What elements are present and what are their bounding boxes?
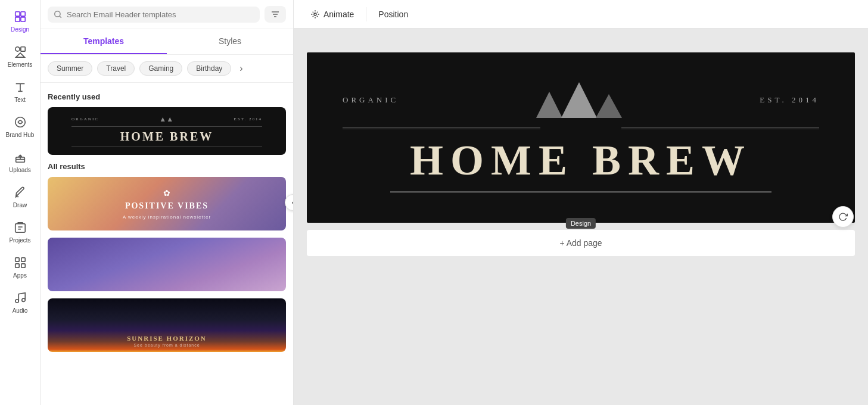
- sidebar-audio-label: Audio: [13, 307, 28, 314]
- svg-point-20: [15, 300, 18, 303]
- template-sunrise-horizon[interactable]: SUNRISE HORIZON See beauty from a distan…: [48, 298, 286, 352]
- canvas-mountain-group: [536, 82, 622, 118]
- animate-label: Animate: [323, 10, 354, 19]
- tab-styles[interactable]: Styles: [167, 29, 293, 54]
- sidebar-item-audio[interactable]: Audio: [2, 286, 38, 319]
- filter-icon: [270, 10, 280, 19]
- sidebar: Design Elements Text: [0, 0, 41, 405]
- filter-button[interactable]: [265, 6, 286, 23]
- sidebar-item-brand-hub[interactable]: Brand Hub: [2, 110, 38, 143]
- svg-rect-5: [20, 47, 24, 51]
- svg-rect-13: [15, 224, 25, 233]
- svg-point-10: [15, 117, 25, 127]
- chip-filters: Summer Travel Gaming Birthday ›: [41, 55, 293, 83]
- canvas-est-text: EST. 2014: [760, 95, 819, 105]
- search-input-wrap[interactable]: [48, 7, 260, 23]
- position-button[interactable]: Position: [371, 6, 415, 23]
- chips-scroll-right[interactable]: ›: [236, 61, 246, 76]
- sidebar-projects-label: Projects: [9, 237, 30, 244]
- sidebar-design-label: Design: [11, 26, 29, 33]
- animate-button[interactable]: Animate: [303, 6, 361, 23]
- svg-rect-18: [15, 264, 18, 267]
- chip-travel[interactable]: Travel: [97, 61, 135, 76]
- template-positive-vibes[interactable]: ✿ POSITIVE VIBES A weekly inspirational …: [48, 177, 286, 230]
- svg-point-21: [21, 298, 25, 302]
- search-bar: [41, 0, 293, 29]
- svg-marker-6: [15, 53, 24, 57]
- svg-rect-17: [21, 258, 24, 261]
- tabs: Templates Styles: [41, 29, 293, 55]
- toolbar-divider: [366, 7, 366, 21]
- template-list: Recently used ORGANIC ▲▲ EST. 2014 HOME …: [41, 83, 293, 405]
- svg-rect-2: [15, 17, 19, 21]
- svg-point-22: [55, 11, 60, 17]
- sidebar-draw-label: Draw: [13, 202, 27, 208]
- canvas-wrapper: ORGANIC EST. 2014: [307, 52, 855, 223]
- canvas-divider-top: [343, 127, 819, 129]
- draw-icon: [13, 185, 27, 200]
- sidebar-item-apps[interactable]: Apps: [2, 251, 38, 284]
- chip-gaming[interactable]: Gaming: [139, 61, 182, 76]
- refresh-icon: [838, 212, 848, 222]
- canvas-area: Animate Position: [294, 0, 868, 405]
- template-purple-gradient[interactable]: [48, 238, 286, 291]
- svg-rect-16: [15, 258, 18, 261]
- svg-point-4: [15, 47, 19, 51]
- search-input[interactable]: [67, 10, 254, 19]
- chip-summer[interactable]: Summer: [48, 61, 92, 76]
- sidebar-item-text[interactable]: Text: [2, 75, 38, 108]
- sidebar-item-uploads[interactable]: Uploads: [2, 145, 38, 178]
- apps-icon: [13, 256, 27, 270]
- svg-rect-3: [20, 17, 24, 21]
- refresh-button[interactable]: [832, 206, 854, 228]
- canvas-line-left: [343, 127, 540, 129]
- projects-icon: [13, 220, 27, 235]
- canvas-main-title: HOME BREW: [410, 139, 752, 182]
- sidebar-item-design[interactable]: Design: [2, 5, 38, 38]
- position-label: Position: [378, 10, 408, 19]
- sidebar-text-label: Text: [14, 96, 25, 103]
- search-icon: [54, 10, 62, 18]
- canvas-organic-text: ORGANIC: [343, 95, 399, 105]
- svg-rect-19: [21, 264, 24, 267]
- svg-rect-1: [20, 12, 24, 16]
- template-homebrew[interactable]: ORGANIC ▲▲ EST. 2014 HOME BREW: [48, 107, 286, 155]
- sidebar-elements-label: Elements: [8, 61, 33, 68]
- sidebar-item-projects[interactable]: Projects: [2, 216, 38, 248]
- sidebar-item-elements[interactable]: Elements: [2, 40, 38, 73]
- audio-icon: [13, 291, 27, 305]
- sidebar-uploads-label: Uploads: [9, 167, 31, 173]
- uploads-icon: [13, 150, 27, 164]
- add-page-button[interactable]: + Add page: [307, 230, 855, 256]
- svg-point-27: [314, 13, 316, 15]
- design-icon: [13, 10, 27, 24]
- sidebar-brand-hub-label: Brand Hub: [6, 132, 35, 138]
- canvas-line-right: [621, 127, 819, 129]
- animate-icon: [310, 10, 320, 19]
- canvas-divider-bottom: [390, 191, 771, 193]
- sidebar-item-draw[interactable]: Draw: [2, 180, 38, 213]
- canvas-top-row: ORGANIC EST. 2014: [343, 82, 819, 118]
- chip-birthday[interactable]: Birthday: [187, 61, 231, 76]
- sidebar-apps-label: Apps: [13, 272, 27, 279]
- all-results-title: All results: [48, 162, 286, 171]
- canvas-scroll[interactable]: ORGANIC EST. 2014: [294, 29, 868, 405]
- brand-hub-icon: [13, 115, 27, 129]
- recently-used-title: Recently used: [48, 92, 286, 101]
- svg-line-23: [60, 16, 61, 18]
- svg-rect-11: [15, 160, 24, 163]
- canvas-design[interactable]: ORGANIC EST. 2014: [307, 52, 855, 223]
- top-toolbar: Animate Position: [294, 0, 868, 29]
- elements-icon: [13, 45, 27, 59]
- tab-templates[interactable]: Templates: [41, 29, 167, 54]
- panel: Templates Styles Summer Travel Gaming Bi…: [41, 0, 294, 405]
- text-icon: [13, 80, 27, 94]
- svg-rect-0: [15, 12, 19, 16]
